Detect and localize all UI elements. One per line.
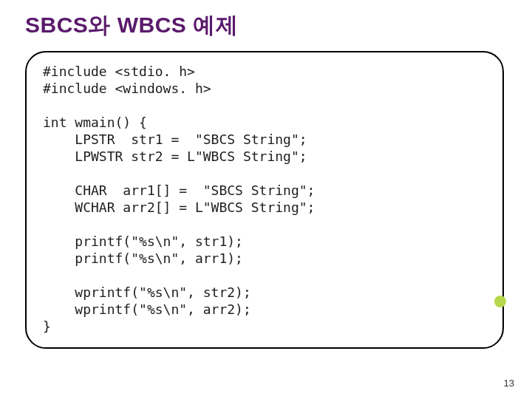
slide-title: SBCS와 WBCS 예제: [25, 10, 507, 41]
accent-dot-icon: [494, 296, 506, 307]
page-number: 13: [504, 378, 514, 389]
code-box: #include <stdio. h> #include <windows. h…: [25, 51, 504, 349]
code-listing: #include <stdio. h> #include <windows. h…: [43, 63, 486, 335]
slide: SBCS와 WBCS 예제 #include <stdio. h> #inclu…: [0, 0, 532, 399]
